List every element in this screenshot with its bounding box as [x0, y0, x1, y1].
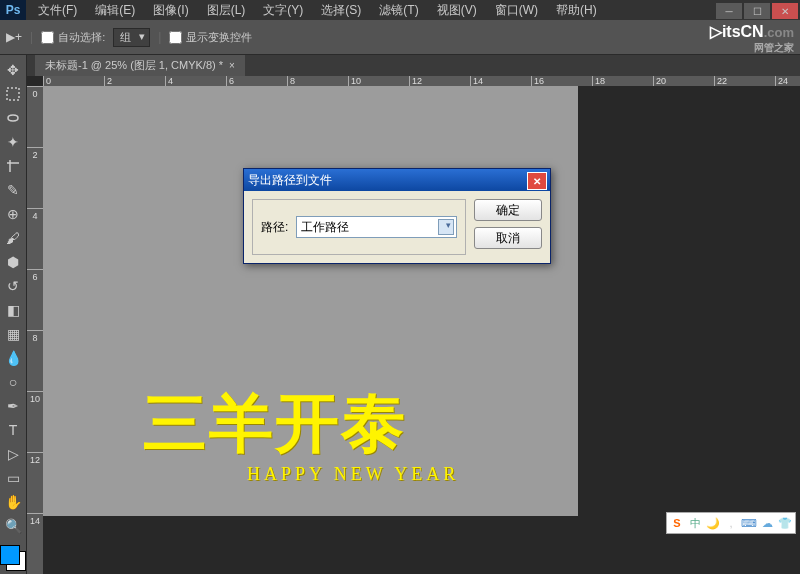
- export-paths-dialog: 导出路径到文件 ✕ 路径: 工作路径 确定 取消: [243, 168, 551, 264]
- artwork-subtext: HAPPY NEW YEAR: [247, 464, 459, 485]
- app-logo: Ps: [0, 0, 26, 20]
- cancel-button[interactable]: 取消: [474, 227, 542, 249]
- tab-close-icon[interactable]: ×: [229, 60, 235, 71]
- wand-tool[interactable]: ✦: [0, 131, 26, 153]
- eraser-tool[interactable]: ◧: [0, 299, 26, 321]
- canvas-viewport[interactable]: 三羊开泰 HAPPY NEW YEAR: [43, 86, 800, 574]
- ok-button[interactable]: 确定: [474, 199, 542, 221]
- type-tool[interactable]: T: [0, 419, 26, 441]
- move-tool-icon: ▶+: [6, 30, 22, 44]
- pen-tool[interactable]: ✒: [0, 395, 26, 417]
- dialog-titlebar[interactable]: 导出路径到文件 ✕: [244, 169, 550, 191]
- auto-select-target[interactable]: 组: [113, 28, 150, 47]
- close-button[interactable]: ✕: [772, 3, 798, 19]
- toolbar: ✥ ✦ ✎ ⊕ 🖌 ⬢ ↺ ◧ ▦ 💧 ○ ✒ T ▷ ▭ ✋ 🔍: [0, 55, 27, 574]
- canvas: 三羊开泰 HAPPY NEW YEAR: [43, 86, 578, 516]
- history-brush-tool[interactable]: ↺: [0, 275, 26, 297]
- ruler-vertical: 02468101214: [27, 86, 43, 574]
- menu-file[interactable]: 文件(F): [30, 0, 85, 21]
- path-label: 路径:: [261, 219, 288, 236]
- dodge-tool[interactable]: ○: [0, 371, 26, 393]
- artwork-text: 三羊开泰: [143, 380, 407, 467]
- stamp-tool[interactable]: ⬢: [0, 251, 26, 273]
- crop-tool[interactable]: [0, 155, 26, 177]
- ruler-horizontal: 024681012141618202224: [43, 76, 800, 86]
- menu-layer[interactable]: 图层(L): [199, 0, 254, 21]
- svg-rect-0: [7, 88, 19, 100]
- document-tab[interactable]: 未标题-1 @ 25% (图层 1, CMYK/8) *×: [35, 55, 245, 76]
- brush-tool[interactable]: 🖌: [0, 227, 26, 249]
- path-select-tool[interactable]: ▷: [0, 443, 26, 465]
- lasso-tool[interactable]: [0, 107, 26, 129]
- menu-image[interactable]: 图像(I): [145, 0, 196, 21]
- gradient-tool[interactable]: ▦: [0, 323, 26, 345]
- watermark: ▷itsCN.com 网管之家: [710, 22, 794, 55]
- menu-edit[interactable]: 编辑(E): [87, 0, 143, 21]
- minimize-button[interactable]: ─: [716, 3, 742, 19]
- menu-select[interactable]: 选择(S): [313, 0, 369, 21]
- menu-window[interactable]: 窗口(W): [487, 0, 546, 21]
- menu-type[interactable]: 文字(Y): [255, 0, 311, 21]
- marquee-tool[interactable]: [0, 83, 26, 105]
- options-bar: ▶+ | 自动选择: 组 | 显示变换控件 ▷itsCN.com 网管之家: [0, 20, 800, 55]
- menu-help[interactable]: 帮助(H): [548, 0, 605, 21]
- hand-tool[interactable]: ✋: [0, 491, 26, 513]
- move-tool[interactable]: ✥: [0, 59, 26, 81]
- color-swatches[interactable]: [0, 545, 26, 571]
- shape-tool[interactable]: ▭: [0, 467, 26, 489]
- menu-view[interactable]: 视图(V): [429, 0, 485, 21]
- menubar: 文件(F) 编辑(E) 图像(I) 图层(L) 文字(Y) 选择(S) 滤镜(T…: [26, 0, 605, 21]
- zoom-tool[interactable]: 🔍: [0, 515, 26, 537]
- dialog-close-button[interactable]: ✕: [527, 172, 547, 190]
- auto-select-checkbox[interactable]: 自动选择:: [41, 30, 105, 45]
- path-select[interactable]: 工作路径: [296, 216, 457, 238]
- ime-toolbar[interactable]: S 中 🌙 , ⌨ ☁ 👕: [666, 512, 796, 534]
- healing-tool[interactable]: ⊕: [0, 203, 26, 225]
- blur-tool[interactable]: 💧: [0, 347, 26, 369]
- maximize-button[interactable]: ☐: [744, 3, 770, 19]
- show-transform-checkbox[interactable]: 显示变换控件: [169, 30, 252, 45]
- menu-filter[interactable]: 滤镜(T): [371, 0, 426, 21]
- eyedropper-tool[interactable]: ✎: [0, 179, 26, 201]
